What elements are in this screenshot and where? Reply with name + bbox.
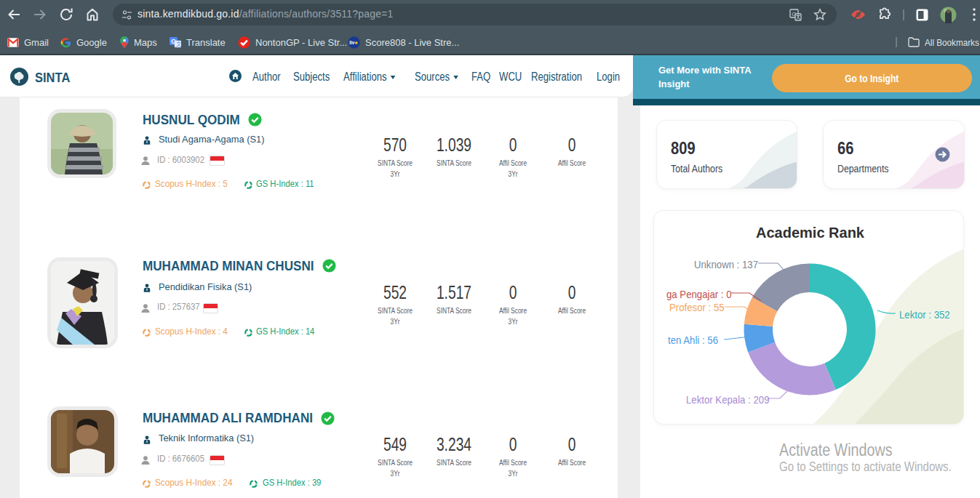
svg-text:liv: liv xyxy=(349,40,355,45)
svg-text:文: 文 xyxy=(176,41,181,47)
